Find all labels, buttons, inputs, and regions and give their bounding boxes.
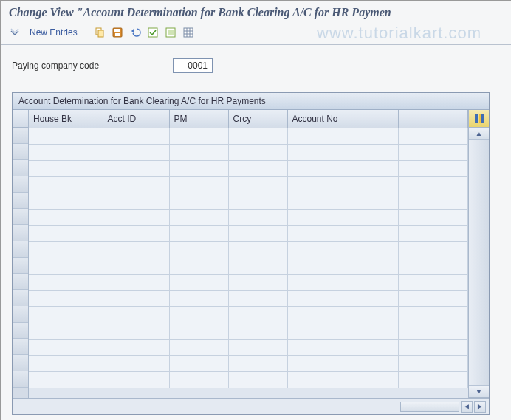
table-cell[interactable] bbox=[228, 128, 287, 144]
row-selector[interactable] bbox=[13, 241, 28, 258]
table-cell[interactable] bbox=[228, 339, 287, 355]
table-cell[interactable] bbox=[103, 128, 169, 144]
column-header[interactable]: PM bbox=[169, 110, 228, 128]
table-cell[interactable] bbox=[103, 176, 169, 193]
row-selector[interactable] bbox=[13, 371, 28, 388]
table-cell[interactable] bbox=[228, 371, 287, 388]
row-selector[interactable] bbox=[13, 323, 28, 339]
select-all-icon[interactable] bbox=[145, 25, 160, 40]
table-cell[interactable] bbox=[29, 290, 103, 306]
column-header[interactable]: Crcy bbox=[228, 110, 287, 128]
table-cell[interactable] bbox=[29, 128, 103, 144]
table-cell[interactable] bbox=[228, 290, 287, 306]
configure-columns-icon[interactable] bbox=[469, 110, 489, 128]
table-cell[interactable] bbox=[29, 355, 103, 371]
table-cell[interactable] bbox=[228, 258, 287, 274]
table-cell[interactable] bbox=[287, 176, 398, 193]
table-cell[interactable] bbox=[169, 176, 228, 193]
paying-company-code-input[interactable] bbox=[173, 58, 213, 73]
table-cell[interactable] bbox=[29, 193, 103, 209]
table-cell[interactable] bbox=[228, 225, 287, 241]
table-cell[interactable] bbox=[29, 258, 103, 274]
table-cell[interactable] bbox=[29, 306, 103, 323]
column-header[interactable]: Account No bbox=[287, 110, 398, 128]
table-cell[interactable] bbox=[29, 274, 103, 290]
table-cell[interactable] bbox=[103, 355, 169, 371]
table-cell[interactable] bbox=[103, 144, 169, 160]
copy-icon[interactable] bbox=[92, 25, 107, 40]
row-selector[interactable] bbox=[13, 225, 28, 241]
table-cell[interactable] bbox=[228, 209, 287, 225]
table-cell[interactable] bbox=[287, 339, 398, 355]
table-cell[interactable] bbox=[169, 355, 228, 371]
horizontal-scrollbar[interactable] bbox=[400, 402, 459, 412]
table-cell[interactable] bbox=[29, 209, 103, 225]
table-cell[interactable] bbox=[228, 355, 287, 371]
table-cell[interactable] bbox=[29, 339, 103, 355]
table-cell[interactable] bbox=[169, 290, 228, 306]
scroll-up-icon[interactable]: ▲ bbox=[469, 128, 489, 140]
table-cell[interactable] bbox=[103, 193, 169, 209]
row-selector[interactable] bbox=[13, 339, 28, 355]
table-cell[interactable] bbox=[287, 225, 398, 241]
vertical-scrollbar[interactable]: ▲ ▼ bbox=[469, 128, 489, 398]
table-cell[interactable] bbox=[29, 241, 103, 258]
table-cell[interactable] bbox=[29, 160, 103, 176]
row-selector[interactable] bbox=[13, 258, 28, 274]
table-cell[interactable] bbox=[103, 160, 169, 176]
table-cell[interactable] bbox=[103, 323, 169, 339]
table-cell[interactable] bbox=[29, 323, 103, 339]
table-cell[interactable] bbox=[29, 371, 103, 388]
table-cell[interactable] bbox=[228, 144, 287, 160]
table-cell[interactable] bbox=[29, 144, 103, 160]
table-cell[interactable] bbox=[287, 209, 398, 225]
table-cell[interactable] bbox=[228, 193, 287, 209]
new-entries-button[interactable]: New Entries bbox=[25, 27, 82, 38]
table-cell[interactable] bbox=[103, 274, 169, 290]
row-selector[interactable] bbox=[13, 193, 28, 209]
table-cell[interactable] bbox=[169, 371, 228, 388]
table-settings-icon[interactable] bbox=[181, 25, 196, 40]
column-header[interactable]: Acct ID bbox=[103, 110, 169, 128]
table-cell[interactable] bbox=[169, 128, 228, 144]
undo-icon[interactable] bbox=[128, 25, 143, 40]
table-cell[interactable] bbox=[169, 323, 228, 339]
row-selector[interactable] bbox=[13, 274, 28, 290]
table-cell[interactable] bbox=[29, 225, 103, 241]
row-selector[interactable] bbox=[13, 290, 28, 306]
table-cell[interactable] bbox=[103, 371, 169, 388]
table-cell[interactable] bbox=[103, 306, 169, 323]
table-cell[interactable] bbox=[228, 274, 287, 290]
table-cell[interactable] bbox=[287, 323, 398, 339]
table-cell[interactable] bbox=[103, 290, 169, 306]
table-cell[interactable] bbox=[228, 241, 287, 258]
table-cell[interactable] bbox=[169, 144, 228, 160]
table-cell[interactable] bbox=[287, 274, 398, 290]
table-cell[interactable] bbox=[169, 193, 228, 209]
scroll-right-icon[interactable]: ► bbox=[474, 401, 486, 413]
table-cell[interactable] bbox=[228, 160, 287, 176]
table-cell[interactable] bbox=[169, 225, 228, 241]
table-cell[interactable] bbox=[29, 176, 103, 193]
table-cell[interactable] bbox=[169, 339, 228, 355]
row-selector[interactable] bbox=[13, 306, 28, 323]
table-cell[interactable] bbox=[103, 225, 169, 241]
table-cell[interactable] bbox=[228, 176, 287, 193]
deselect-all-icon[interactable] bbox=[163, 25, 178, 40]
table-cell[interactable] bbox=[287, 371, 398, 388]
column-header[interactable]: House Bk bbox=[29, 110, 103, 128]
row-selector[interactable] bbox=[13, 160, 28, 176]
table-cell[interactable] bbox=[287, 258, 398, 274]
table-cell[interactable] bbox=[169, 160, 228, 176]
table-cell[interactable] bbox=[169, 209, 228, 225]
table-cell[interactable] bbox=[169, 258, 228, 274]
table-cell[interactable] bbox=[287, 160, 398, 176]
table-cell[interactable] bbox=[287, 144, 398, 160]
table-cell[interactable] bbox=[228, 323, 287, 339]
table-cell[interactable] bbox=[103, 241, 169, 258]
row-selector[interactable] bbox=[13, 176, 28, 193]
row-selector[interactable] bbox=[13, 144, 28, 160]
table-cell[interactable] bbox=[287, 355, 398, 371]
row-selector[interactable] bbox=[13, 355, 28, 371]
table-cell[interactable] bbox=[103, 258, 169, 274]
